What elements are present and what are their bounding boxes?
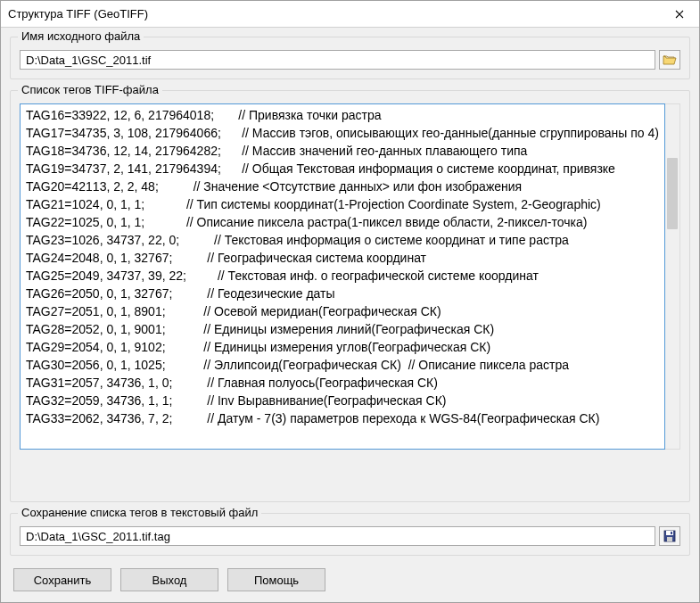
- list-item[interactable]: TAG22=1025, 0, 1, 1; // Описание пиксела…: [26, 213, 665, 231]
- list-item[interactable]: TAG25=2049, 34737, 39, 22; // Текстовая …: [26, 267, 665, 285]
- list-item[interactable]: TAG24=2048, 0, 1, 32767; // Географическ…: [26, 249, 665, 267]
- source-group: Имя исходного файла: [10, 37, 690, 79]
- save-icon: [663, 530, 676, 542]
- svg-rect-2: [667, 537, 672, 541]
- help-button[interactable]: Помощь: [227, 568, 325, 591]
- tags-listbox[interactable]: TAG16=33922, 12, 6, 217964018; // Привяз…: [20, 103, 665, 450]
- browse-button[interactable]: [659, 50, 680, 70]
- save-button[interactable]: Сохранить: [13, 568, 111, 591]
- save-group: Сохранение списка тегов в текстовый файл: [10, 513, 690, 556]
- list-item[interactable]: TAG16=33922, 12, 6, 217964018; // Привяз…: [26, 106, 665, 124]
- vertical-scrollbar[interactable]: [665, 103, 680, 450]
- list-item[interactable]: TAG32=2059, 34736, 1, 1; // Inv Выравнив…: [26, 392, 665, 409]
- save-legend: Сохранение списка тегов в текстовый файл: [18, 506, 261, 519]
- list-item[interactable]: TAG21=1024, 0, 1, 1; // Тип системы коор…: [26, 195, 665, 213]
- main-window: Структура TIFF (GeoTIFF) Имя исходного ф…: [0, 0, 700, 603]
- titlebar: Структура TIFF (GeoTIFF): [1, 1, 699, 28]
- tags-legend: Список тегов TIFF-файла: [18, 83, 162, 96]
- svg-rect-3: [671, 532, 672, 534]
- scrollbar-thumb[interactable]: [667, 158, 678, 229]
- close-button[interactable]: [659, 1, 699, 27]
- list-item[interactable]: TAG23=1026, 34737, 22, 0; // Текстовая и…: [26, 231, 665, 249]
- save-path-input[interactable]: [20, 526, 655, 546]
- tags-group: Список тегов TIFF-файла TAG16=33922, 12,…: [10, 90, 690, 502]
- exit-button[interactable]: Выход: [120, 568, 218, 591]
- client-area: Имя исходного файла Список тегов TIFF-фа…: [1, 28, 699, 602]
- source-path-input[interactable]: [20, 50, 655, 70]
- list-item[interactable]: TAG30=2056, 0, 1, 1025; // Эллипсоид(Гео…: [26, 356, 665, 374]
- window-title: Структура TIFF (GeoTIFF): [8, 7, 148, 21]
- button-row: Сохранить Выход Помощь: [10, 566, 690, 593]
- list-item[interactable]: TAG33=2062, 34736, 7, 2; // Датум - 7(3)…: [26, 409, 665, 427]
- list-item[interactable]: TAG20=42113, 2, 2, 48; // Значение <Отсу…: [26, 178, 665, 195]
- list-item[interactable]: TAG27=2051, 0, 1, 8901; // Осевой мериди…: [26, 302, 665, 320]
- list-item[interactable]: TAG28=2052, 0, 1, 9001; // Единицы измер…: [26, 320, 665, 338]
- list-item[interactable]: TAG18=34736, 12, 14, 217964282; // Масси…: [26, 142, 665, 160]
- list-item[interactable]: TAG29=2054, 0, 1, 9102; // Единицы измер…: [26, 338, 665, 356]
- list-item[interactable]: TAG17=34735, 3, 108, 217964066; // Масси…: [26, 124, 665, 142]
- list-item[interactable]: TAG31=2057, 34736, 1, 0; // Главная полу…: [26, 374, 665, 392]
- source-legend: Имя исходного файла: [18, 29, 144, 43]
- list-item[interactable]: TAG26=2050, 0, 1, 32767; // Геодезически…: [26, 285, 665, 302]
- folder-open-icon: [663, 54, 677, 66]
- list-item[interactable]: TAG19=34737, 2, 141, 217964394; // Общая…: [26, 160, 665, 178]
- save-file-button[interactable]: [659, 526, 680, 546]
- close-icon: [675, 10, 684, 19]
